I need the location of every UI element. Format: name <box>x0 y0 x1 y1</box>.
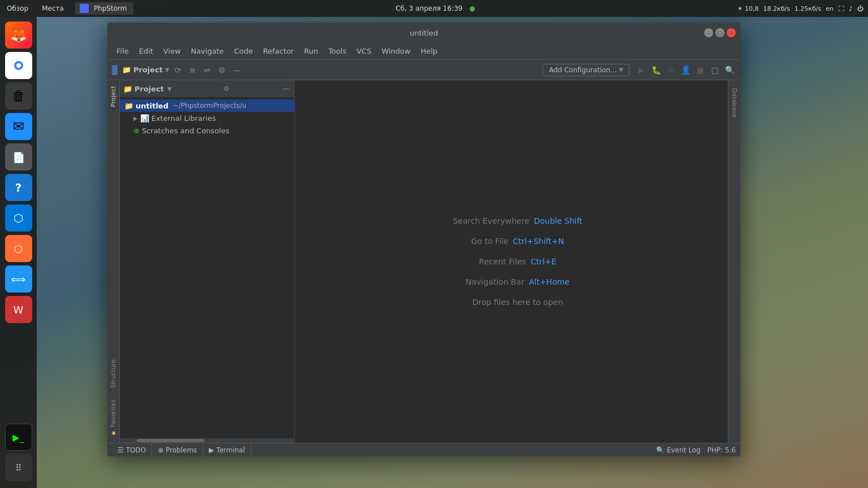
project-indicator <box>112 65 118 75</box>
problems-icon: ⊕ <box>158 446 163 454</box>
window-maximize-btn[interactable]: □ <box>715 28 724 37</box>
toolbar-sync-btn[interactable]: ⇌ <box>201 64 214 76</box>
dock-icon-mail[interactable]: ✉ <box>5 113 32 140</box>
event-log-link[interactable]: 🔍 Event Log <box>656 446 701 454</box>
taskbar-phpstorm[interactable]: PhpStorm <box>75 2 134 15</box>
dock-icon-apps[interactable]: ⠿ <box>5 454 32 481</box>
taskbar-lang[interactable]: en <box>826 5 834 12</box>
menu-code[interactable]: Code <box>229 45 257 58</box>
menu-help[interactable]: Help <box>416 45 442 58</box>
project-panel-toolbar: 📁 Project ▼ ⚙ — <box>120 80 294 97</box>
tree-arrow-external: ▶ <box>133 115 138 121</box>
menu-view[interactable]: View <box>159 45 185 58</box>
hint-goto-file: Go to File Ctrl+Shift+N <box>471 237 564 246</box>
problems-label: Problems <box>166 446 197 454</box>
project-dropdown-icon[interactable]: ▼ <box>165 67 170 73</box>
toolbar-debug-btn[interactable]: 🐛 <box>650 64 662 76</box>
dock-icon-help[interactable]: ? <box>5 174 32 201</box>
hint-search-label: Search Everywhere <box>453 216 529 225</box>
dock-icon-vscode[interactable]: ⬡ <box>5 204 32 232</box>
svg-point-1 <box>16 63 21 68</box>
menu-tools[interactable]: Tools <box>324 45 351 58</box>
hint-goto-key: Ctrl+Shift+N <box>513 237 565 246</box>
toolbar-close-panel-btn[interactable]: — <box>231 64 243 76</box>
folder-icon: 📁 <box>122 66 131 74</box>
dock-icon-chrome[interactable] <box>5 52 32 79</box>
window-close-btn[interactable]: ✕ <box>727 28 736 37</box>
sidebar-project-tab[interactable]: Project <box>108 80 119 113</box>
tree-item-scratches[interactable]: ⊕ Scratches and Consoles <box>120 124 294 137</box>
toolbar-refresh-btn[interactable]: ⟳ <box>172 64 184 76</box>
todo-label: TODO <box>126 446 146 454</box>
dock-icon-trash[interactable]: 🗑 <box>5 82 32 110</box>
tree-item-root[interactable]: 📁 untitled ~/PhpstormProjects/u <box>120 99 294 112</box>
project-panel-gear[interactable]: ⚙ <box>221 84 231 94</box>
scratches-label: Scratches and Consoles <box>142 127 229 135</box>
window-minimize-btn[interactable]: — <box>704 28 713 37</box>
project-panel-close[interactable]: — <box>281 84 291 94</box>
window-controls: — □ ✕ <box>704 28 736 37</box>
toolbar-window-layout-btn[interactable]: □ <box>709 64 721 76</box>
taskbar-overview[interactable]: Обзор <box>5 3 31 14</box>
dock-icon-firefox[interactable]: 🦊 <box>5 21 32 49</box>
hint-recent-key: Ctrl+E <box>531 257 557 266</box>
project-folder-icon: 📁 <box>123 85 132 93</box>
status-tabs: ☰ TODO ⊕ Problems ▶ Terminal <box>112 443 251 457</box>
phpstorm-label: PhpStorm <box>92 3 129 14</box>
dock-icon-remote[interactable]: ⟺ <box>5 265 32 293</box>
database-tab[interactable]: Database <box>729 82 740 124</box>
hint-search-everywhere: Search Everywhere Double Shift <box>453 216 582 225</box>
window-title: untitled <box>410 29 438 37</box>
project-scrollbar-thumb[interactable] <box>137 439 205 442</box>
taskbar-net-down: 18.2кб/s <box>763 5 790 12</box>
dock-bottom: ▶_ ⠿ <box>5 424 32 481</box>
menu-window[interactable]: Window <box>377 45 415 58</box>
status-tab-terminal[interactable]: ▶ Terminal <box>203 443 251 457</box>
taskbar-places[interactable]: Места <box>40 3 66 14</box>
project-panel-title-text: Project <box>134 85 164 93</box>
dock-icon-blender[interactable]: ⬡ <box>5 235 32 262</box>
sidebar-favorites-tab[interactable]: ★ Favorites <box>108 394 119 443</box>
right-vert-tabs: Database <box>728 80 740 443</box>
status-tab-todo[interactable]: ☰ TODO <box>112 443 152 457</box>
toolbar-collapse-btn[interactable]: ≡ <box>186 64 199 76</box>
menu-edit[interactable]: Edit <box>134 45 158 58</box>
toolbar-profile-btn[interactable]: 👤 <box>679 64 692 76</box>
menu-run[interactable]: Run <box>300 45 323 58</box>
hint-nav-label: Navigation Bar <box>466 277 524 286</box>
dock-icon-terminal[interactable]: ▶_ <box>5 424 32 451</box>
sidebar-structure-tab[interactable]: Structure <box>108 354 119 394</box>
add-configuration-button[interactable]: Add Configuration... ▼ <box>542 64 630 76</box>
toolbar-settings-btn[interactable]: ⚙ <box>216 64 228 76</box>
menu-navigate[interactable]: Navigate <box>186 45 228 58</box>
toolbar-search-btn[interactable]: 🔍 <box>723 64 736 76</box>
add-config-dropdown-icon: ▼ <box>619 67 623 73</box>
menu-vcs[interactable]: VCS <box>352 45 376 58</box>
php-version: PHP: 5.6 <box>708 446 736 454</box>
external-libs-icon: 📊 <box>140 114 149 123</box>
dock-icon-files[interactable]: 📄 <box>5 143 32 171</box>
tree-item-external-libs[interactable]: ▶ 📊 External Libraries <box>120 112 294 124</box>
menu-file[interactable]: File <box>112 45 133 58</box>
editor-area: Search Everywhere Double Shift Go to Fil… <box>295 80 740 443</box>
ide-window: untitled — □ ✕ File Edit View Navigate C… <box>107 23 740 456</box>
menu-refactor[interactable]: Refactor <box>258 45 298 58</box>
dock-icon-writer[interactable]: W <box>5 296 32 323</box>
toolbar-stop-btn[interactable]: ■ <box>694 64 706 76</box>
todo-icon: ☰ <box>118 446 124 454</box>
title-bar: untitled — □ ✕ <box>107 23 740 43</box>
status-tab-problems[interactable]: ⊕ Problems <box>152 443 203 457</box>
taskbar-cpu: ☀ 10,8 <box>737 5 759 12</box>
taskbar-center: Сб, 3 апреля 16:39 ● <box>133 5 737 12</box>
left-sidebar-labels: Project Structure ★ Favorites <box>107 80 120 443</box>
project-tree: 📁 untitled ~/PhpstormProjects/u ▶ 📊 Exte… <box>120 97 294 438</box>
toolbar-run-btn[interactable]: ▶ <box>635 64 648 76</box>
taskbar-datetime: Сб, 3 апреля 16:39 <box>396 5 462 12</box>
project-scrollbar[interactable] <box>120 438 294 443</box>
desktop: Обзор Места PhpStorm Сб, 3 апреля 16:39 … <box>0 0 868 488</box>
project-panel-dropdown[interactable]: ▼ <box>167 86 172 92</box>
toolbar-coverage-btn[interactable]: ≋ <box>665 64 677 76</box>
hint-recent-files: Recent Files Ctrl+E <box>479 257 556 266</box>
taskbar-right: ☀ 10,8 18.2кб/s 1.25кб/s en ⛶ ♪ ⏻ <box>737 5 868 12</box>
hint-goto-label: Go to File <box>471 237 509 246</box>
